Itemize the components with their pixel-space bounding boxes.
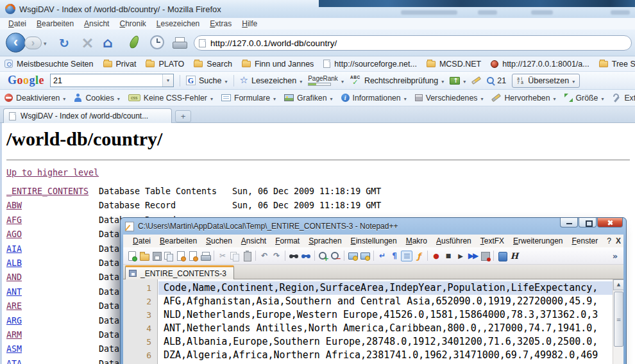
vertical-scrollbar[interactable]: ▲ ≡ [613,279,623,364]
entry-link[interactable]: AGO [6,229,22,239]
print-icon[interactable] [199,251,211,261]
bookmark-folder-mcsd[interactable]: MCSD.NET [427,60,481,69]
macro-run-multiple-icon[interactable]: ▶▶ [467,251,478,261]
url-text[interactable]: http://127.0.0.1/world-db/country/ [210,38,337,48]
npp-menu-ausfuehren[interactable]: Ausführen [432,236,476,245]
npp-menu-sprachen[interactable]: Sprachen [304,236,346,245]
bookmark-sourceforge[interactable]: http://sourceforge.net... [323,60,417,69]
bookmark-localhost-8001[interactable]: http://127.0.0.1:8001/a... [491,60,589,69]
npp-menu-ansicht[interactable]: Ansicht [237,236,271,245]
entry-link[interactable]: ANT [6,287,22,297]
editor-line[interactable]: AFG,Afghanistan,Asia,Southern and Centra… [158,295,613,308]
menu-chronik[interactable]: Chronik [115,19,150,29]
entry-link[interactable]: ARM [6,330,22,340]
editor-line[interactable]: ANT,Netherlands Antilles,North America,C… [158,322,613,335]
npp-menu-makro[interactable]: Makro [402,236,432,245]
webdev-resize[interactable]: Größe [564,94,604,103]
find-icon[interactable] [288,251,300,261]
macro-stop-icon[interactable]: ■ [443,251,454,261]
entry-link[interactable]: AIA [6,244,22,254]
menu-lesezeichen[interactable]: Lesezeichen [152,19,204,29]
new-file-icon[interactable] [126,251,138,261]
editor-text[interactable]: Code,Name,Continent,Region,SurfaceArea,I… [158,281,613,362]
scrollbar-thumb[interactable]: ≡ [614,292,623,347]
send-to-button[interactable] [450,76,466,85]
bookmark-most-visited[interactable]: Meistbesuchte Seiten [4,60,94,69]
view-in-browser-icon[interactable] [496,251,508,261]
npp-menu-bearbeiten[interactable]: Bearbeiten [155,236,201,245]
webdev-forms[interactable]: Formulare [221,94,276,103]
webdev-highlight[interactable]: Hervorheben [491,94,555,103]
browser-tab[interactable]: WsgiDAV - Index of /world-db/count... [3,108,172,123]
paste-icon[interactable] [241,251,253,261]
google-bookmarks-button[interactable]: ☆Lesezeichen [240,76,303,85]
editor-line[interactable]: NLD,Netherlands,Europe,Western Europe,41… [158,308,613,322]
macro-record-icon[interactable]: ● [430,251,442,261]
menu-ansicht[interactable]: Ansicht [80,19,114,29]
menu-datei[interactable]: Datei [4,19,31,29]
forward-button[interactable]: › [24,37,42,49]
bookmark-folder-search[interactable]: Search [194,60,232,69]
up-link[interactable]: Up to higher level [6,168,99,178]
npp-menu-help[interactable]: ? [602,236,616,245]
url-bar[interactable]: http://127.0.0.1/world-db/country/ [194,35,632,51]
replace-icon[interactable] [300,251,312,261]
menu-extras[interactable]: Extras [205,19,236,29]
zoom-in-icon[interactable] [318,251,329,261]
pagerank-button[interactable]: PageRank [308,75,344,86]
home-icon[interactable]: ⌂ [103,35,113,51]
clock-addon-icon[interactable] [150,35,164,49]
webdev-tools[interactable]: Extras [612,94,635,103]
menu-hilfe[interactable]: Hilfe [237,19,262,29]
close-all-icon[interactable] [187,251,199,261]
history-dropdown-icon[interactable]: ▾ [44,40,47,47]
npp-menu-textfx[interactable]: TextFX [476,236,509,245]
cut-icon[interactable]: ✂ [217,251,228,261]
spellcheck-button[interactable]: ABC✓Rechtschreibprüfung [350,75,444,87]
npp-menu-suchen[interactable]: Suchen [201,236,237,245]
new-tab-button[interactable]: + [175,110,191,122]
bookmark-folder-plato[interactable]: PLATO [146,60,184,69]
minimize-button[interactable] [560,218,578,228]
undo-icon[interactable]: ↶ [258,251,270,261]
npp-menu-erweiterungen[interactable]: Erweiterungen [509,236,567,245]
print-icon[interactable] [172,37,187,49]
copy-icon[interactable] [229,251,241,261]
macro-play-icon[interactable]: ▶ [455,251,466,261]
stop-icon[interactable]: × [81,33,94,52]
google-search-combo[interactable] [50,74,174,87]
menu-bearbeiten[interactable]: Bearbeiten [32,19,78,29]
entry-link[interactable]: ATA [6,359,22,364]
notepadpp-editor[interactable]: 1 2 3 4 5 6 Code,Name,Continent,Region,S… [123,279,623,364]
indent-guide-icon[interactable] [401,251,412,261]
back-button[interactable]: ‹ [6,33,26,53]
webdev-miscellaneous[interactable]: Verschiedenes [415,94,484,103]
search-history-dropdown-icon[interactable] [162,74,173,87]
maximize-button[interactable] [579,218,597,228]
npp-menu-einstellungen[interactable]: Einstellungen [346,236,402,245]
notepadpp-titlebar[interactable]: C:\Users\Martin\AppData\Local\Temp\_ENTI… [121,218,626,235]
webdev-images[interactable]: Grafiken [284,94,333,103]
close-button[interactable] [597,218,623,228]
sync-horizontal-icon[interactable] [359,251,371,261]
webdev-information[interactable]: iInformationen [341,94,407,103]
webdev-cookies[interactable]: Cookies [74,94,119,103]
entry-link[interactable]: ARG [6,316,22,326]
save-all-icon[interactable] [163,251,174,261]
leaf-addon-icon[interactable] [128,35,140,50]
editor-line[interactable]: Code,Name,Continent,Region,SurfaceArea,I… [158,281,613,295]
reload-icon[interactable]: ↻ [59,36,69,50]
bookmark-folder-finn-und-jannes[interactable]: Finn und Jannes [242,60,314,69]
npp-menu-datei[interactable]: Datei [128,236,155,245]
bookmark-folder-privat[interactable]: Privat [103,60,137,69]
translate-button[interactable]: aí7äÜbersetzen [512,74,580,88]
show-all-characters-icon[interactable]: ¶ [389,251,400,261]
editor-line[interactable]: ALB,Albania,Europe,Southern Europe,28748… [158,335,613,349]
entry-link[interactable]: AFG [6,215,22,225]
entry-link[interactable]: ASM [6,344,22,354]
open-file-icon[interactable] [139,251,150,261]
bookmark-folder-tree-samples[interactable]: Tree Samples [599,60,635,69]
entry-link[interactable]: _ENTIRE_CONTENTS [6,186,89,196]
redo-icon[interactable]: ↷ [271,251,282,261]
close-file-icon[interactable] [175,251,187,261]
